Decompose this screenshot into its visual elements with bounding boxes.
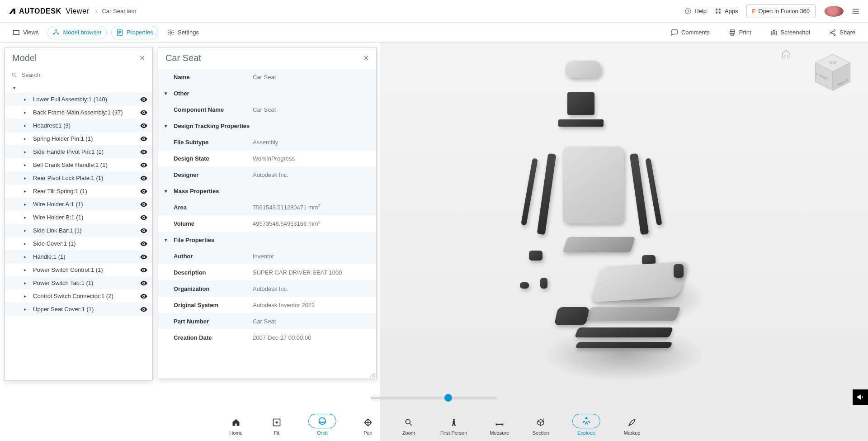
property-row: File SubtypeAssembly: [158, 134, 376, 150]
visibility-toggle[interactable]: [140, 109, 148, 117]
visibility-toggle[interactable]: [140, 200, 148, 209]
property-key: Design State: [174, 155, 253, 162]
properties-panel: Car Seat ✕ NameCar SeatOtherComponent Na…: [158, 47, 377, 379]
tool-section[interactable]: Section: [528, 415, 553, 437]
tree-item[interactable]: ▸Headrest:1 (3): [5, 119, 152, 132]
print-button[interactable]: Print: [724, 26, 756, 39]
tree-item[interactable]: ▸Wire Holder B:1 (1): [5, 211, 152, 224]
pan-icon: [359, 417, 377, 428]
home-icon[interactable]: [781, 49, 791, 59]
tree-item[interactable]: ▸Back Frame Main Assembly:1 (37): [5, 106, 152, 119]
visibility-toggle[interactable]: [140, 279, 148, 287]
property-value: 2007-Dec-27 00:00:00: [253, 334, 311, 341]
user-avatar[interactable]: [824, 6, 844, 17]
tree-item[interactable]: ▸Spring Holder Pin:1 (1): [5, 132, 152, 145]
property-value: Autodesk Inventor 2023: [253, 302, 315, 308]
properties-button[interactable]: Properties: [111, 26, 158, 39]
property-row: Area7561543.511280471 mm2: [158, 199, 376, 215]
model-search[interactable]: [5, 69, 152, 83]
visibility-toggle[interactable]: [140, 187, 148, 195]
tree-item[interactable]: ▸Bell Crank Side Handle:1 (1): [5, 158, 152, 171]
model-panel-close[interactable]: ✕: [139, 54, 145, 62]
tool-home[interactable]: Home: [223, 415, 249, 437]
property-key: Creation Date: [174, 334, 253, 341]
tool-zoom[interactable]: Zoom: [396, 415, 421, 437]
tree-item[interactable]: ▸Rear Pivot Lock Plate:1 (1): [5, 171, 152, 185]
tool-explode[interactable]: Explode: [569, 412, 604, 437]
explode-slider[interactable]: [371, 397, 497, 399]
view-cube[interactable]: TOP FRONT RIGHT: [811, 51, 854, 94]
views-button[interactable]: Views: [8, 26, 43, 39]
properties-body: NameCar SeatOtherComponent NameCar SeatD…: [158, 69, 376, 379]
chevron-right-icon: ▸: [24, 175, 28, 180]
share-button[interactable]: Share: [825, 26, 860, 39]
visibility-toggle[interactable]: [140, 292, 148, 300]
visibility-toggle[interactable]: [140, 266, 148, 274]
visibility-toggle[interactable]: [140, 305, 148, 313]
views-icon: [13, 29, 20, 36]
feedback-tab[interactable]: [853, 389, 868, 405]
screenshot-button[interactable]: Screenshot: [766, 26, 815, 39]
visibility-toggle[interactable]: [140, 135, 148, 143]
model-browser-button[interactable]: Model browser: [47, 26, 106, 39]
property-row: Part NumberCar Seat: [158, 313, 376, 329]
brand-suffix: Viewer: [66, 7, 90, 15]
tool-pan[interactable]: Pan: [355, 415, 381, 437]
viewport-3d[interactable]: TOP FRONT RIGHT: [380, 43, 868, 441]
visibility-toggle[interactable]: [140, 213, 148, 222]
property-row: NameCar Seat: [158, 69, 376, 85]
visibility-toggle[interactable]: [140, 122, 148, 130]
tool-fit[interactable]: Fit: [264, 415, 289, 437]
tree-item[interactable]: ▸Side Cover:1 (1): [5, 237, 152, 250]
property-row: OrganizationAutodesk Inc.: [158, 280, 376, 297]
property-value: Car Seat: [253, 318, 276, 325]
visibility-toggle[interactable]: [140, 174, 148, 182]
search-icon: [11, 72, 17, 78]
tree-item[interactable]: ▸Power Switch Control:1 (1): [5, 263, 152, 276]
settings-button[interactable]: Settings: [163, 26, 203, 39]
tree-item[interactable]: ▸Power Switch Tab:1 (1): [5, 276, 152, 289]
tree-item[interactable]: ▸Control Switch Connector:1 (2): [5, 289, 152, 303]
visibility-toggle[interactable]: [140, 161, 148, 169]
property-value: 49573548.54953166 mm3: [253, 220, 321, 227]
property-row: DescriptionSUPER CAR DRIVER SEAT 1000: [158, 264, 376, 280]
tree-item[interactable]: ▸Side Link Bar:1 (1): [5, 224, 152, 237]
help-icon: ?: [684, 8, 692, 15]
visibility-toggle[interactable]: [140, 253, 148, 261]
visibility-toggle[interactable]: [140, 148, 148, 156]
property-section: Mass Properties: [158, 183, 376, 199]
apps-button[interactable]: Apps: [715, 8, 738, 15]
tree-item[interactable]: ▸Upper Seat Cover:1 (1): [5, 303, 152, 316]
help-button[interactable]: ? Help: [684, 8, 707, 15]
tree-item[interactable]: ▸Side Handle Pivot Pin:1 (1): [5, 145, 152, 158]
tool-first-person[interactable]: First Person: [437, 415, 471, 437]
svg-point-37: [143, 308, 145, 310]
tool-orbit[interactable]: Orbit: [305, 412, 340, 437]
svg-text:TOP: TOP: [829, 61, 837, 65]
breadcrumb: › Car Seat.iam: [95, 8, 136, 14]
properties-panel-close[interactable]: ✕: [363, 54, 369, 62]
open-fusion-button[interactable]: F Open in Fusion 360: [746, 4, 816, 18]
tree-item-label: Handle:1 (1): [33, 253, 66, 260]
property-row: Creation Date2007-Dec-27 00:00:00: [158, 329, 376, 346]
tree-item[interactable]: ▸Handle:1 (1): [5, 250, 152, 263]
chevron-right-icon: ▸: [24, 307, 28, 312]
comments-button[interactable]: Comments: [666, 26, 714, 39]
model-search-input[interactable]: [22, 71, 146, 78]
tree-item[interactable]: ▸Wire Holder A:1 (1): [5, 198, 152, 211]
visibility-toggle[interactable]: [140, 227, 148, 235]
resize-grip-icon[interactable]: [370, 372, 375, 378]
tool-markup[interactable]: Markup: [619, 415, 645, 437]
tool-measure[interactable]: Measure: [486, 415, 513, 437]
tree-item[interactable]: ▸Rear Tilt Spring:1 (1): [5, 185, 152, 198]
tree-item[interactable]: ▸Lower Full Assembly:1 (140): [5, 93, 152, 106]
visibility-toggle[interactable]: [140, 240, 148, 248]
chevron-right-icon: ▸: [24, 110, 28, 115]
visibility-toggle[interactable]: [140, 95, 148, 104]
svg-point-48: [453, 419, 455, 421]
property-key: Part Number: [174, 318, 253, 325]
menu-icon[interactable]: [852, 7, 860, 15]
tree-collapse-root[interactable]: ▾: [5, 83, 152, 93]
explode-slider-knob[interactable]: [444, 394, 452, 402]
breadcrumb-file[interactable]: Car Seat.iam: [102, 8, 136, 14]
